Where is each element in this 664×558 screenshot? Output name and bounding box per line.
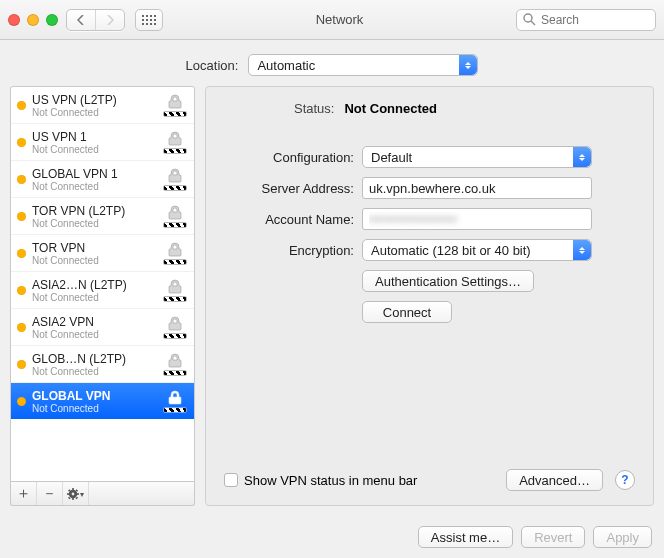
svg-rect-19 <box>77 493 79 495</box>
service-text: US VPN 1Not Connected <box>32 130 156 155</box>
sidebar-item[interactable]: ASIA2…N (L2TP)Not Connected <box>11 272 194 309</box>
sidebar-item[interactable]: GLOBAL VPNNot Connected <box>11 383 194 419</box>
service-name: US VPN 1 <box>32 130 156 144</box>
svg-rect-11 <box>154 23 156 25</box>
service-name: US VPN (L2TP) <box>32 93 156 107</box>
vpn-lock-icon <box>162 166 188 192</box>
help-button[interactable]: ? <box>615 470 635 490</box>
show-vpn-status-label: Show VPN status in menu bar <box>244 473 417 488</box>
assist-me-button[interactable]: Assist me… <box>418 526 513 548</box>
gear-icon <box>67 488 85 500</box>
remove-service-button[interactable]: － <box>37 482 63 505</box>
sidebar-item[interactable]: ASIA2 VPNNot Connected <box>11 309 194 346</box>
search-input[interactable] <box>516 9 656 31</box>
status-value: Not Connected <box>344 101 436 116</box>
svg-rect-17 <box>72 498 74 500</box>
authentication-settings-button[interactable]: Authentication Settings… <box>362 270 534 292</box>
svg-rect-4 <box>142 19 144 21</box>
sidebar-item[interactable]: TOR VPN (L2TP)Not Connected <box>11 198 194 235</box>
connect-button[interactable]: Connect <box>362 301 452 323</box>
forward-button[interactable] <box>96 10 124 30</box>
zoom-window-button[interactable] <box>46 14 58 26</box>
status-dot-icon <box>17 138 26 147</box>
service-text: GLOBAL VPNNot Connected <box>32 389 156 414</box>
service-actions-button[interactable] <box>63 482 89 505</box>
encryption-label: Encryption: <box>224 243 354 258</box>
service-text: TOR VPN (L2TP)Not Connected <box>32 204 156 229</box>
sidebar-item[interactable]: US VPN 1Not Connected <box>11 124 194 161</box>
account-name-input[interactable] <box>362 208 592 230</box>
service-text: ASIA2…N (L2TP)Not Connected <box>32 278 156 303</box>
service-name: ASIA2…N (L2TP) <box>32 278 156 292</box>
location-select[interactable]: Automatic <box>248 54 478 76</box>
sidebar-item[interactable]: TOR VPNNot Connected <box>11 235 194 272</box>
service-status: Not Connected <box>32 218 156 229</box>
vpn-lock-icon <box>162 129 188 155</box>
sidebar-item[interactable]: US VPN (L2TP)Not Connected <box>11 87 194 124</box>
svg-rect-16 <box>72 488 74 490</box>
configuration-select[interactable]: Default <box>362 146 592 168</box>
status-dot-icon <box>17 286 26 295</box>
show-all-button[interactable] <box>135 9 163 31</box>
vpn-lock-icon <box>162 351 188 377</box>
sidebar-item[interactable]: GLOB…N (L2TP)Not Connected <box>11 346 194 383</box>
minimize-window-button[interactable] <box>27 14 39 26</box>
apply-button[interactable]: Apply <box>593 526 652 548</box>
svg-rect-10 <box>150 23 152 25</box>
close-window-button[interactable] <box>8 14 20 26</box>
panel-bottom-row: Show VPN status in menu bar Advanced… ? <box>224 469 635 491</box>
status-dot-icon <box>17 397 26 406</box>
service-text: TOR VPNNot Connected <box>32 241 156 266</box>
status-row: Status: Not Connected <box>224 101 635 116</box>
svg-rect-3 <box>154 15 156 17</box>
footer-buttons: Assist me… Revert Apply <box>418 526 652 548</box>
chevron-down-icon <box>80 493 84 497</box>
service-text: US VPN (L2TP)Not Connected <box>32 93 156 118</box>
vpn-lock-icon <box>162 277 188 303</box>
configuration-value: Default <box>371 150 412 165</box>
chevron-right-icon <box>106 15 114 25</box>
server-address-input[interactable] <box>362 177 592 199</box>
chevron-left-icon <box>77 15 85 25</box>
server-address-label: Server Address: <box>224 181 354 196</box>
svg-rect-5 <box>146 19 148 21</box>
svg-point-15 <box>71 492 74 495</box>
service-name: TOR VPN <box>32 241 156 255</box>
vpn-lock-icon <box>162 203 188 229</box>
vpn-lock-icon <box>162 314 188 340</box>
nav-segment <box>66 9 125 31</box>
service-status: Not Connected <box>32 292 156 303</box>
svg-rect-0 <box>142 15 144 17</box>
grid-icon <box>142 15 156 25</box>
back-button[interactable] <box>67 10 95 30</box>
service-status: Not Connected <box>32 144 156 155</box>
sidebar: US VPN (L2TP)Not ConnectedUS VPN 1Not Co… <box>10 86 195 506</box>
select-arrows-icon <box>573 240 591 260</box>
show-vpn-status-checkbox[interactable] <box>224 473 238 487</box>
encryption-value: Automatic (128 bit or 40 bit) <box>371 243 531 258</box>
account-name-label: Account Name: <box>224 212 354 227</box>
configuration-label: Configuration: <box>224 150 354 165</box>
advanced-button[interactable]: Advanced… <box>506 469 603 491</box>
add-service-button[interactable]: ＋ <box>11 482 37 505</box>
status-dot-icon <box>17 101 26 110</box>
service-name: GLOBAL VPN 1 <box>32 167 156 181</box>
sidebar-item[interactable]: GLOBAL VPN 1Not Connected <box>11 161 194 198</box>
service-list[interactable]: US VPN (L2TP)Not ConnectedUS VPN 1Not Co… <box>10 86 195 482</box>
location-value: Automatic <box>257 58 315 73</box>
service-status: Not Connected <box>32 366 156 377</box>
status-dot-icon <box>17 323 26 332</box>
revert-button[interactable]: Revert <box>521 526 585 548</box>
svg-rect-21 <box>75 496 78 499</box>
location-row: Location: Automatic <box>0 40 664 86</box>
svg-rect-9 <box>146 23 148 25</box>
svg-rect-18 <box>67 493 69 495</box>
service-text: GLOBAL VPN 1Not Connected <box>32 167 156 192</box>
detail-panel: Status: Not Connected Configuration: Def… <box>205 86 654 506</box>
svg-rect-8 <box>142 23 144 25</box>
encryption-select[interactable]: Automatic (128 bit or 40 bit) <box>362 239 592 261</box>
service-text: ASIA2 VPNNot Connected <box>32 315 156 340</box>
vpn-lock-icon <box>162 388 188 414</box>
svg-point-12 <box>524 14 532 22</box>
window-title: Network <box>171 12 508 27</box>
